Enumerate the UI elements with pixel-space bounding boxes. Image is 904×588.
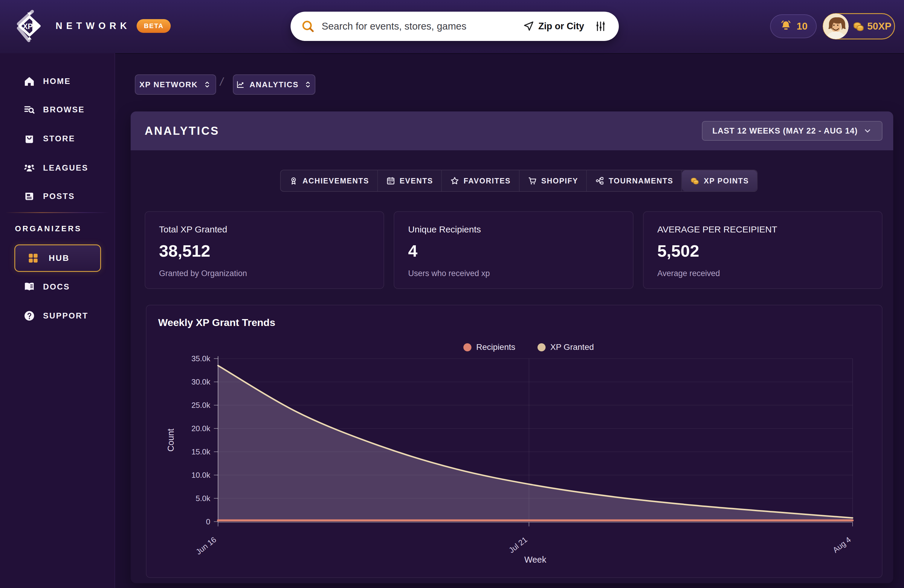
svg-text:35.0k: 35.0k [191, 354, 210, 363]
stat-card-subtitle: Granted by Organization [159, 269, 370, 278]
sidebar-item-home[interactable]: HOME [0, 72, 114, 91]
events-icon [386, 176, 395, 186]
user-menu-button[interactable]: 50XP [823, 13, 895, 39]
stat-card-unique-recipients: Unique Recipients4Users who received xp [394, 211, 633, 289]
chart-line-icon [236, 80, 245, 89]
svg-text:0: 0 [206, 517, 210, 526]
search-input[interactable] [322, 20, 522, 32]
sidebar-section-organizers: ORGANIZERS [15, 224, 82, 233]
sidebar-item-posts[interactable]: POSTS [0, 187, 114, 206]
svg-text:Jun 16: Jun 16 [194, 535, 218, 556]
svg-text:5.0k: 5.0k [196, 494, 210, 503]
beta-badge: BETA [137, 19, 171, 33]
sidebar-item-browse[interactable]: BROWSE [0, 100, 114, 119]
sidebar-item-label: BROWSE [43, 105, 85, 114]
sidebar-item-support[interactable]: SUPPORT [0, 306, 114, 325]
sidebar-item-label: LEAGUES [43, 164, 89, 173]
weekly-xp-trends-chart: 05.0k10.0k15.0k20.0k25.0k30.0k35.0kJun 1… [147, 305, 882, 577]
svg-text:15.0k: 15.0k [191, 448, 210, 456]
home-icon [23, 75, 35, 87]
stat-card-total-xp-granted: Total XP Granted38,512Granted by Organiz… [145, 211, 384, 289]
top-navbar: XP NETWORK BETA Zip or City 10 [0, 0, 904, 53]
breadcrumb-org-selector[interactable]: XP NETWORK [135, 74, 216, 95]
filters-icon[interactable] [594, 20, 607, 33]
tab-shopify[interactable]: SHOPIFY [520, 170, 587, 191]
avatar-illustration [823, 13, 849, 39]
tab-label: EVENTS [400, 177, 433, 185]
sidebar-item-hub-active[interactable]: HUB [14, 244, 101, 272]
notifications-button[interactable]: 10 [770, 14, 817, 38]
favorites-icon [450, 176, 460, 186]
breadcrumb-org-label: XP NETWORK [139, 80, 198, 89]
tab-achievements[interactable]: ACHIEVEMENTS [281, 170, 378, 191]
location-label: Zip or City [538, 21, 584, 32]
brand-name: NETWORK [55, 20, 131, 32]
svg-text:20.0k: 20.0k [191, 424, 210, 433]
avatar [823, 13, 849, 39]
x-axis-label: Week [524, 555, 547, 564]
stat-card-subtitle: Users who received xp [408, 269, 619, 278]
svg-text:XP: XP [23, 22, 33, 30]
sidebar-item-leagues[interactable]: LEAGUES [0, 158, 114, 178]
stat-card-subtitle: Average received [657, 269, 868, 278]
sidebar-item-label: POSTS [43, 192, 75, 201]
breadcrumb-separator: / [220, 76, 223, 88]
date-range-label: LAST 12 WEEKS (MAY 22 - AUG 14) [713, 126, 858, 136]
tab-label: ACHIEVEMENTS [302, 177, 369, 185]
sidebar-item-label: DOCS [43, 282, 70, 292]
tab-label: SHOPIFY [541, 177, 578, 185]
coins-icon [852, 20, 865, 33]
stat-card-label: Total XP Granted [159, 224, 370, 235]
xp-points-icon [690, 176, 700, 186]
y-axis-label: Count [166, 429, 175, 452]
support-icon [23, 310, 35, 322]
page-title: ANALYTICS [145, 125, 220, 137]
breadcrumb-page-selector[interactable]: ANALYTICS [233, 74, 315, 95]
search-icon [301, 19, 315, 33]
tab-label: TOURNAMENTS [608, 177, 673, 185]
svg-text:10.0k: 10.0k [191, 471, 210, 479]
stat-card-value: 5,502 [657, 241, 868, 260]
tab-events[interactable]: EVENTS [378, 170, 442, 191]
tab-favorites[interactable]: FAVORITES [442, 170, 520, 191]
sidebar-item-label: HUB [49, 253, 70, 263]
weekly-xp-chart-card: Weekly XP Grant Trends RecipientsXP Gran… [146, 305, 882, 578]
leagues-icon [23, 162, 35, 174]
date-range-dropdown[interactable]: LAST 12 WEEKS (MAY 22 - AUG 14) [702, 121, 882, 141]
docs-icon [23, 281, 35, 293]
tab-xp-points[interactable]: XP POINTS [682, 170, 757, 191]
location-icon [522, 20, 535, 33]
analytics-panel-header: ANALYTICS LAST 12 WEEKS (MAY 22 - AUG 14… [131, 112, 893, 150]
store-icon [23, 132, 35, 145]
sidebar-item-docs[interactable]: DOCS [0, 277, 114, 296]
chevrons-updown-icon [203, 80, 212, 89]
stats-row: Total XP Granted38,512Granted by Organiz… [145, 211, 882, 289]
shopify-icon [528, 176, 537, 186]
stat-card-value: 38,512 [159, 241, 370, 260]
analytics-tabs: ACHIEVEMENTSEVENTSFAVORITESSHOPIFYTOURNA… [280, 170, 757, 192]
sidebar-divider [5, 212, 109, 213]
sidebar-item-label: SUPPORT [43, 311, 89, 321]
sidebar-item-store[interactable]: STORE [0, 129, 114, 148]
tab-label: FAVORITES [464, 177, 511, 185]
stat-card-average-per-receipient: AVERAGE PER RECEIPIENT5,502Average recei… [643, 211, 882, 289]
svg-text:25.0k: 25.0k [191, 401, 210, 409]
brand[interactable]: XP NETWORK BETA [13, 9, 171, 43]
search-bar: Zip or City [291, 12, 619, 41]
tournaments-icon [595, 176, 604, 186]
stat-card-value: 4 [408, 241, 619, 260]
stat-card-label: Unique Recipients [408, 224, 619, 235]
stat-card-label: AVERAGE PER RECEIPIENT [657, 224, 868, 235]
tab-tournaments[interactable]: TOURNAMENTS [587, 170, 682, 191]
chevron-down-icon [863, 126, 872, 136]
notification-count-badge: 10 [797, 20, 808, 32]
analytics-panel: ANALYTICS LAST 12 WEEKS (MAY 22 - AUG 14… [131, 112, 893, 583]
browse-icon [23, 104, 35, 116]
svg-text:Jul 21: Jul 21 [507, 535, 529, 555]
chevrons-updown-icon [303, 80, 312, 89]
hub-icon [27, 252, 40, 265]
location-filter[interactable]: Zip or City [522, 20, 584, 33]
tab-label: XP POINTS [704, 177, 749, 185]
sidebar-item-label: STORE [43, 134, 75, 143]
svg-text:30.0k: 30.0k [191, 378, 210, 386]
